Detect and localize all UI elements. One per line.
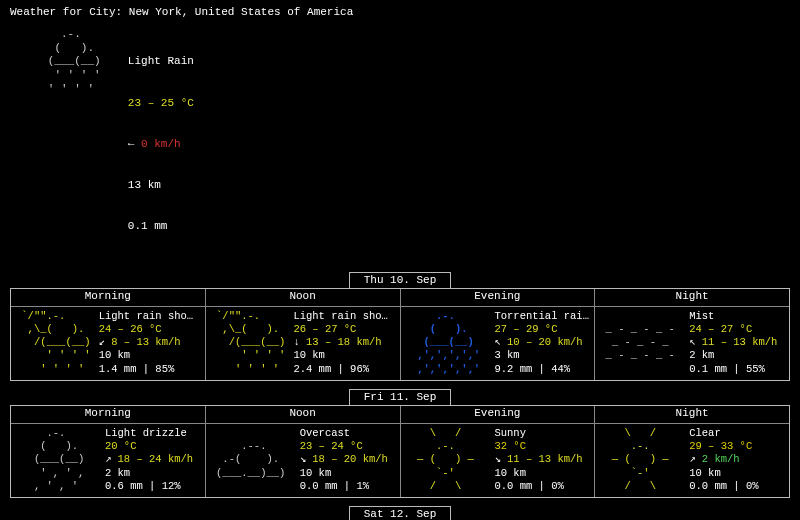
precip: 1.4 mm | 85%	[99, 363, 194, 376]
precip: 0.0 mm | 0%	[689, 480, 758, 493]
day-date: Thu 10. Sep	[349, 272, 452, 290]
period-name: Night	[595, 406, 789, 424]
forecast-cell: Noon .--. .-( ). (___.__)__) Overcast23 …	[206, 406, 401, 496]
weather-ascii-icon: `/"".-. ,\_( ). /(___(__) ' ' ' ' ' ' ' …	[15, 310, 91, 376]
visibility: 10 km	[689, 467, 758, 480]
forecast-info: Light drizzle20 °C↗ 18 – 24 km/h2 km0.6 …	[105, 427, 193, 493]
wind: ↘ 18 – 20 km/h	[300, 453, 388, 466]
wind: ↗ 18 – 24 km/h	[105, 453, 193, 466]
forecast-info: Overcast23 – 24 °C↘ 18 – 20 km/h10 km0.0…	[300, 427, 388, 493]
condition: Mist	[689, 310, 777, 323]
temperature: 32 °C	[494, 440, 582, 453]
temperature: 24 – 26 °C	[99, 323, 194, 336]
forecast-cell: Night _ - _ - _ - _ - _ - _ _ - _ - _ - …	[595, 289, 789, 379]
visibility: 10 km	[300, 467, 388, 480]
condition: Torrential rai…	[494, 310, 589, 323]
forecast-row: Morning `/"".-. ,\_( ). /(___(__) ' ' ' …	[10, 288, 790, 380]
condition: Light rain sho…	[99, 310, 194, 323]
precip: 0.0 mm | 1%	[300, 480, 388, 493]
temperature: 24 – 27 °C	[689, 323, 777, 336]
day-block: Sat 12. SepMorning \ / .-. ― ( ) ― `-' /…	[10, 506, 790, 520]
temperature: 23 – 24 °C	[300, 440, 388, 453]
current-condition: Light Rain	[128, 55, 194, 69]
wind: ↙ 8 – 13 km/h	[99, 336, 194, 349]
precip: 0.1 mm | 55%	[689, 363, 777, 376]
weather-ascii-icon: \ / .-. ― ( ) ― `-' / \	[599, 427, 681, 493]
period-name: Noon	[206, 406, 400, 424]
page-title: Weather for City: New York, United State…	[10, 6, 790, 20]
current-temp: 23 – 25 °C	[128, 97, 194, 111]
period-name: Morning	[11, 406, 205, 424]
forecast-info: Torrential rai…27 – 29 °C↖ 10 – 20 km/h3…	[494, 310, 589, 376]
period-name: Evening	[401, 406, 595, 424]
temperature: 29 – 33 °C	[689, 440, 758, 453]
condition: Light drizzle	[105, 427, 193, 440]
forecast-info: Sunny32 °C↘ 11 – 13 km/h10 km0.0 mm | 0%	[494, 427, 582, 493]
temperature: 27 – 29 °C	[494, 323, 589, 336]
day-block: Thu 10. SepMorning `/"".-. ,\_( ). /(___…	[10, 272, 790, 381]
wind: ↘ 11 – 13 km/h	[494, 453, 582, 466]
forecast-cell: Morning `/"".-. ,\_( ). /(___(__) ' ' ' …	[11, 289, 206, 379]
forecast-info: Light rain sho…26 – 27 °C↓ 13 – 18 km/h1…	[293, 310, 388, 376]
wind: ↓ 13 – 18 km/h	[293, 336, 388, 349]
wind: ↖ 11 – 13 km/h	[689, 336, 777, 349]
current-weather: .-. ( ). (___(__) ' ' ' ' ' ' ' ' Light …	[28, 28, 790, 262]
forecast-cell: Evening .-. ( ). (___(__) ‚','‚','‚' ‚',…	[401, 289, 596, 379]
wind: ↖ 10 – 20 km/h	[494, 336, 589, 349]
forecast-cell: Morning .-. ( ). (___(__) ' , ' , , ' , …	[11, 406, 206, 496]
period-name: Evening	[401, 289, 595, 307]
weather-ascii-icon: \ / .-. ― ( ) ― `-' / \	[405, 427, 487, 493]
temperature: 20 °C	[105, 440, 193, 453]
day-block: Fri 11. SepMorning .-. ( ). (___(__) ' ,…	[10, 389, 790, 498]
visibility: 2 km	[689, 349, 777, 362]
forecast-info: Clear29 – 33 °C↗ 2 km/h10 km0.0 mm | 0%	[689, 427, 758, 493]
forecast-info: Mist24 – 27 °C↖ 11 – 13 km/h2 km0.1 mm |…	[689, 310, 777, 376]
day-date: Fri 11. Sep	[349, 389, 452, 407]
visibility: 10 km	[494, 467, 582, 480]
condition: Sunny	[494, 427, 582, 440]
weather-ascii-icon: .-. ( ). (___(__) ‚','‚','‚' ‚','‚','‚'	[405, 310, 487, 376]
forecast-cell: Evening \ / .-. ― ( ) ― `-' / \ Sunny32 …	[401, 406, 596, 496]
condition: Overcast	[300, 427, 388, 440]
precip: 0.6 mm | 12%	[105, 480, 193, 493]
visibility: 2 km	[105, 467, 193, 480]
condition: Light rain sho…	[293, 310, 388, 323]
current-wind: ← 0 km/h	[128, 138, 194, 152]
current-info: Light Rain 23 – 25 °C ← 0 km/h 13 km 0.1…	[128, 28, 194, 262]
current-visibility: 13 km	[128, 179, 194, 193]
period-name: Noon	[206, 289, 400, 307]
precip: 9.2 mm | 44%	[494, 363, 589, 376]
weather-ascii-icon: _ - _ - _ - _ - _ - _ _ - _ - _ -	[599, 310, 681, 376]
period-name: Morning	[11, 289, 205, 307]
current-ascii-icon: .-. ( ). (___(__) ' ' ' ' ' ' ' '	[28, 28, 114, 262]
weather-ascii-icon: .-. ( ). (___(__) ' , ' , , ' , '	[15, 427, 97, 493]
condition: Clear	[689, 427, 758, 440]
forecast-cell: Noon `/"".-. ,\_( ). /(___(__) ' ' ' ' '…	[206, 289, 401, 379]
weather-ascii-icon: `/"".-. ,\_( ). /(___(__) ' ' ' ' ' ' ' …	[210, 310, 286, 376]
precip: 2.4 mm | 96%	[293, 363, 388, 376]
day-date: Sat 12. Sep	[349, 506, 452, 520]
forecast-row: Morning .-. ( ). (___(__) ' , ' , , ' , …	[10, 405, 790, 497]
visibility: 3 km	[494, 349, 589, 362]
forecast-cell: Night \ / .-. ― ( ) ― `-' / \ Clear29 – …	[595, 406, 789, 496]
weather-ascii-icon: .--. .-( ). (___.__)__)	[210, 427, 292, 493]
precip: 0.0 mm | 0%	[494, 480, 582, 493]
temperature: 26 – 27 °C	[293, 323, 388, 336]
forecast-info: Light rain sho…24 – 26 °C↙ 8 – 13 km/h10…	[99, 310, 194, 376]
wind: ↗ 2 km/h	[689, 453, 758, 466]
visibility: 10 km	[293, 349, 388, 362]
current-precip: 0.1 mm	[128, 220, 194, 234]
period-name: Night	[595, 289, 789, 307]
visibility: 10 km	[99, 349, 194, 362]
